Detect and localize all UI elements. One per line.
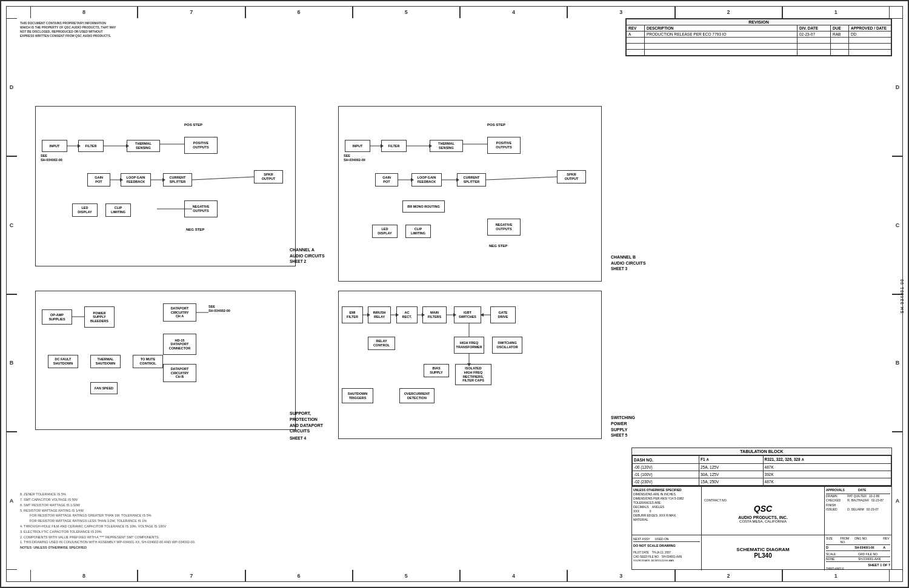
- dc-fault-shutdown: DC FAULTSHUTDOWN: [48, 355, 78, 368]
- row-a-right: A: [892, 432, 903, 570]
- col-7-top: 7: [138, 6, 245, 18]
- tol-label: TOLERANCES ARE:: [633, 501, 700, 505]
- unless-label: UNLESS OTHERWISE SPECIFIED: [633, 488, 700, 492]
- size-val: D: [826, 546, 841, 549]
- col-6-bottom: 6: [245, 570, 353, 582]
- ch-a-neg-step: NEG STEP: [186, 228, 204, 231]
- ch-a-clip-limiting: CLIPLIMITING: [105, 203, 131, 217]
- ch-b-gain-pot: GAINPOT: [375, 173, 398, 187]
- drawn-val: PAT QUILTER 10-2-86: [847, 494, 890, 499]
- row-a-left: A: [6, 432, 17, 570]
- isolated-high-freq: ISOLATEDHIGH FREQRECTIFIERS,FILTER CAPS: [455, 364, 491, 385]
- pilot-date-label: PILOT DATE TH-JA 13, 2007: [633, 550, 700, 555]
- rev-row-due: RAB: [831, 31, 849, 38]
- next-assy-label: NEXT ASSY: [633, 537, 650, 541]
- rev-header-approved: APPROVED / DATE: [849, 25, 891, 31]
- col-3-bottom: 3: [567, 570, 674, 582]
- tabulation-block: TABULATION BLOCK DASH NO. F1 ∧ R321, 322…: [631, 448, 892, 486]
- tab-dash-01: -01 (100V): [633, 471, 699, 478]
- col-4-top: 4: [460, 6, 567, 18]
- support-see-ref: SEESH-034002-00: [208, 305, 230, 313]
- col-6-top: 6: [245, 6, 353, 18]
- channel-a-block: INPUT FILTER SEESH-034002-00 THERMALSENS…: [35, 106, 296, 266]
- page: 8 7 6 5 4 3 2 1 8 7 6 5 4 3 2 1 D C B A …: [0, 0, 909, 588]
- channel-a-sheet: SHEET 2: [290, 259, 306, 263]
- qsc-logo: QSC: [754, 504, 772, 514]
- note-8: 8. ZENER TOLERANCE IS 5%: [20, 492, 450, 497]
- tab-dash-no-label: DASH NO.: [633, 456, 699, 464]
- dim-per: DIMENSIONS PER ANSI Y14.5-1982: [633, 497, 700, 501]
- dno-label: DNG NO.: [854, 537, 883, 544]
- tab-dash-02: -02 (230V): [633, 478, 699, 486]
- svg-line-16: [486, 177, 557, 180]
- model-number: PL340: [754, 552, 771, 559]
- sourcesafe-label: SOURCESAFE: $/CW/21/21/SH-AAN: [633, 559, 700, 563]
- dec-val: XXX 0: [633, 509, 700, 514]
- note-7: 7. SMT CAPACITOR VOLTAGE IS 50V: [20, 497, 450, 503]
- shutdown-triggers: SHUTDOWNTRIGGERS: [342, 388, 373, 403]
- ch-a-spkr-output: SPKROUTPUT: [254, 170, 283, 183]
- ch-a-positive-outputs: POSITIVEOUTPUTS: [184, 137, 218, 154]
- third-angle-label: THIRD ANGLE: [826, 567, 844, 570]
- rev-header-rev: REV: [627, 25, 645, 31]
- channel-b-sheet: SHEET 3: [611, 266, 627, 271]
- col-3-top: 3: [567, 6, 674, 18]
- relay-control: RELAYCONTROL: [368, 337, 395, 350]
- row-b-right: B: [892, 294, 903, 432]
- col-7-bottom: 7: [138, 570, 245, 582]
- ch-a-connectors: [36, 107, 296, 267]
- company-section: CONTRACT NO. QSC AUDIO PRODUCTS, INC. CO…: [702, 487, 825, 535]
- ch-a-negative-outputs: NEGATIVEOUTPUTS: [184, 200, 218, 217]
- emi-filter: EMIFILTER: [342, 306, 363, 323]
- note-5a: FOR RESISTOR WATTAGE RATINGS GREATER THA…: [20, 513, 450, 518]
- rev-val: A: [883, 546, 890, 549]
- col-2-top: 2: [675, 6, 782, 18]
- do-not-scale: DO NOT SCALE DRAWING: [633, 543, 700, 549]
- col-1-top: 1: [782, 6, 890, 18]
- col-markers-top: 8 7 6 5 4 3 2 1: [19, 6, 890, 18]
- ch-b-pos-step: POS STEP: [487, 123, 505, 127]
- ch-b-connectors: [339, 107, 602, 282]
- dataport-ch-a: DATAPORTCIRCUITRYCH A: [163, 303, 196, 322]
- ch-b-thermal-sensing: THERMALSENSING: [430, 140, 463, 152]
- high-freq-transformer: HIGH FREQTRANSFORMER: [454, 337, 484, 354]
- ch-a-thermal-sensing: THERMALSENSING: [127, 140, 160, 152]
- tab-val-00b: 487K: [763, 464, 891, 471]
- date-label: DATE: [858, 488, 890, 493]
- ch-a-filter: FILTER: [78, 140, 104, 152]
- rev-header-div-date: DIV. DATE: [797, 25, 831, 31]
- col-5-bottom: 5: [353, 570, 460, 582]
- ch-b-positive-outputs: POSITIVEOUTPUTS: [487, 137, 521, 154]
- main-filters: MAINFILTERS: [422, 306, 447, 323]
- ch-a-loop-gain: LOOP GAINFEEDBACK: [121, 173, 151, 187]
- grid-file-val: SH-034001-AAN: [858, 557, 890, 561]
- ch-b-filter: FILTER: [381, 140, 407, 152]
- row-markers-left: D C B A: [6, 18, 17, 570]
- ch-a-input: INPUT: [42, 140, 67, 152]
- tabulation-title: TABULATION BLOCK: [632, 448, 891, 455]
- revision-title: REVISION: [627, 19, 891, 25]
- ch-b-loop-gain: LOOP GAINFEEDBACK: [411, 173, 442, 187]
- channel-b-block: INPUT FILTER SEESH-034002-00 THERMALSENS…: [338, 106, 602, 282]
- from-no-label: FROM NO.: [841, 537, 855, 544]
- approvals-label: APPROVALS: [826, 488, 858, 493]
- from-no-val: [841, 546, 855, 549]
- rev-row-div-date: 02-23-07: [797, 31, 831, 38]
- issued-val: D. DELARM 02-23-07: [847, 507, 890, 512]
- rev-header-desc: DESCRIPTION: [645, 25, 797, 31]
- ch-b-clip-limiting: CLIPLIMITING: [405, 225, 431, 238]
- power-supply-bleeders: POWERSUPPLYBLEEDERS: [84, 306, 115, 328]
- col-markers-bottom: 8 7 6 5 4 3 2 1: [19, 570, 890, 582]
- row-c-right: C: [892, 156, 903, 294]
- contract-label: CONTRACT NO.: [703, 498, 823, 502]
- col-8-top: 8: [30, 6, 138, 18]
- company-location: COSTA MESA, CALIFORNIA: [739, 520, 787, 523]
- overcurrent-detection: OVERCURRENTDETECTION: [399, 388, 435, 403]
- ch-a-gain-pot: GAINPOT: [87, 173, 110, 187]
- support-sheet: SHEET 4: [290, 436, 306, 440]
- tab-f1: F1 ∧: [699, 456, 763, 464]
- scale-val: NONE: [826, 557, 858, 561]
- ch-a-current-splitter: CURRENTSPLITTER: [163, 173, 192, 187]
- right-side-text: SH-034001-00: [900, 279, 904, 314]
- channel-a-label: CHANNEL AAUDIO CIRCUITS: [290, 247, 325, 259]
